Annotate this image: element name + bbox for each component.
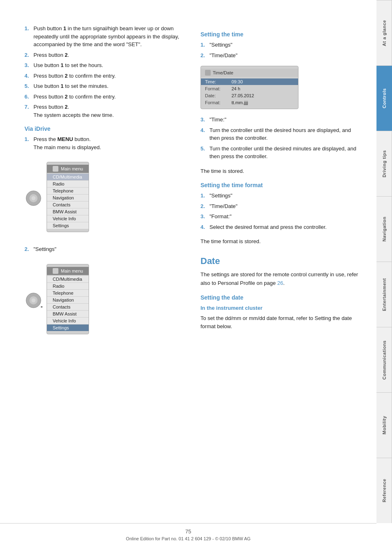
menu-item-contacts: Contacts [47,201,89,208]
sidebar-tab-entertainment[interactable]: Entertainment [376,262,392,327]
sidebar-tab-at-a-glance[interactable]: At a glance [376,0,392,65]
setting-the-time-heading: Setting the time [200,31,360,38]
menu-item-telephone: Telephone [47,188,89,194]
idrive-step2-list: 2. "Settings" [24,245,184,253]
list-item: 1. Push button 1 in the turn signal/high… [24,25,184,49]
two-column-layout: 1. Push button 1 in the turn signal/high… [24,25,360,347]
setting-the-date-heading: Setting the date [200,294,360,301]
right-column: Setting the time 1. "Settings" 2. "Time/… [200,25,360,347]
controller-icon [24,189,42,207]
step-number: 1. [24,25,33,49]
list-item: 2. "Settings" [24,245,184,253]
list-item: 1. Press the MENU button.The main menu i… [24,135,184,151]
sidebar-tab-navigation[interactable]: Navigation [376,196,392,262]
step-number: 5. [200,145,209,161]
time-format-stored-text: The time format is stored. [200,237,360,246]
sidebar-tab-communications[interactable]: Communications [376,327,392,392]
sidebar-tab-driving-tips[interactable]: Driving tips [376,131,392,196]
page-number: 75 [0,528,376,535]
step-text: Push button 1 in the turn signal/high be… [33,25,184,49]
menu-icon [53,166,58,172]
idrive-steps-list: 1. Press the MENU button.The main menu i… [24,135,184,151]
step-text: "Settings" [209,41,360,49]
time-stored-text: The time is stored. [200,167,360,176]
menu-item-bmwassist: BMW Assist [47,208,89,215]
step-number: 7. [24,103,33,119]
date-section-heading: Date [200,256,360,266]
step-number: 4. [200,126,209,142]
menu-screenshot-2: Main menu CD/Multimedia Radio Telephone … [47,264,89,334]
step-number: 4. [24,72,33,80]
list-item: 4. Turn the controller until the desired… [200,126,360,142]
td-label-format2: Format: [205,100,232,105]
td-value-format1: 24 h [232,86,294,91]
setting-time-list: 1. "Settings" 2. "Time/Date" [200,41,360,59]
step-text: Turn the controller until the desired ho… [209,126,360,142]
menu-screenshot-2-container: Main menu CD/Multimedia Radio Telephone … [24,260,184,341]
list-item: 6. Press button 2 to confirm the entry. [24,93,184,101]
step-text: Press button 2 to confirm the entry. [33,93,184,101]
menu-item2-contacts: Contacts [47,304,89,310]
step-number: 3. [24,61,33,69]
menu-screenshot-1-container: Main menu CD/Multimedia Radio Telephone … [24,158,184,239]
td-label-date: Date: [205,93,232,98]
step-text: Turn the controller until the desired mi… [209,145,360,161]
controller-icon-2 [24,291,42,309]
list-item: 5. Use button 1 to set the minutes. [24,82,184,90]
step-text: "Settings" [33,245,184,253]
menu-item2-vehicleinfo: Vehicle Info [47,318,89,324]
step-text: Select the desired format and press the … [209,223,360,231]
page-ref-link[interactable]: 26 [277,280,283,286]
menu-item2-settings: Settings [47,324,89,331]
list-item: 1. "Settings" [200,41,360,49]
timedate-title: Time/Date [201,69,298,77]
date-intro-text: The settings are stored for the remote c… [200,271,360,288]
via-idrive-heading: Via iDrive [24,125,184,132]
timedate-row-time: Time: 09:30 [201,78,298,85]
list-item: 3. "Time:" [200,116,360,124]
step-text: "Time/Date" [209,202,360,210]
sidebar-tab-mobility[interactable]: Mobility [376,392,392,458]
menu-item-navigation: Navigation [47,195,89,201]
menu-icon-2 [53,268,58,274]
menu-item2-bmwassist: BMW Assist [47,311,89,317]
step-number: 3. [200,213,209,221]
sidebar-tab-reference[interactable]: Reference [376,458,392,523]
setting-time-format-heading: Setting the time format [200,182,360,188]
list-item: 4. Select the desired format and press t… [200,223,360,231]
step-text: "Settings" [209,192,360,200]
timedate-row-format2: Format: tt.mm.jjjj [201,99,298,106]
step-text: "Time/Date" [209,51,360,60]
main-steps-list: 1. Push button 1 in the turn signal/high… [24,25,184,119]
menu-item-settings: Settings [47,222,89,229]
timedate-icon [205,70,211,76]
svg-point-5 [31,298,36,302]
step-number: 3. [200,116,209,124]
step-text: Use button 1 to set the hours. [33,61,184,69]
list-item: 2. Press button 2. [24,51,184,59]
step-text: Press the MENU button.The main menu is d… [33,135,184,151]
instrument-cluster-text: To set the dd/mm or mm/dd date format, r… [200,314,360,331]
menu-item2-navigation: Navigation [47,297,89,303]
timedate-row-format1: Format: 24 h [201,85,298,92]
step-number: 2. [24,245,33,253]
step-number: 6. [24,93,33,101]
menu-item-cdmultimedia: CD/Multimedia [47,174,89,180]
td-label-format1: Format: [205,86,232,91]
in-the-instrument-cluster-heading: In the instrument cluster [200,305,360,311]
menu-item2-cdmultimedia: CD/Multimedia [47,276,89,282]
list-item: 2. "Time/Date" [200,202,360,210]
step-text: Press button 2 to confirm the entry. [33,72,184,80]
list-item: 5. Turn the controller until the desired… [200,145,360,161]
step-text: "Format:" [209,213,360,221]
menu-title-2: Main menu [47,267,89,275]
menu-item2-radio: Radio [47,283,89,289]
step-number: 1. [200,41,209,49]
step-number: 4. [200,223,209,231]
main-content: 1. Push button 1 in the turn signal/high… [0,0,376,523]
step-number: 1. [24,135,33,151]
timedate-row-date: Date: 27.05.2012 [201,92,298,99]
sidebar-tab-controls[interactable]: Controls [376,65,392,131]
menu-screenshot-1: Main menu CD/Multimedia Radio Telephone … [47,162,89,232]
step-number: 5. [24,82,33,90]
